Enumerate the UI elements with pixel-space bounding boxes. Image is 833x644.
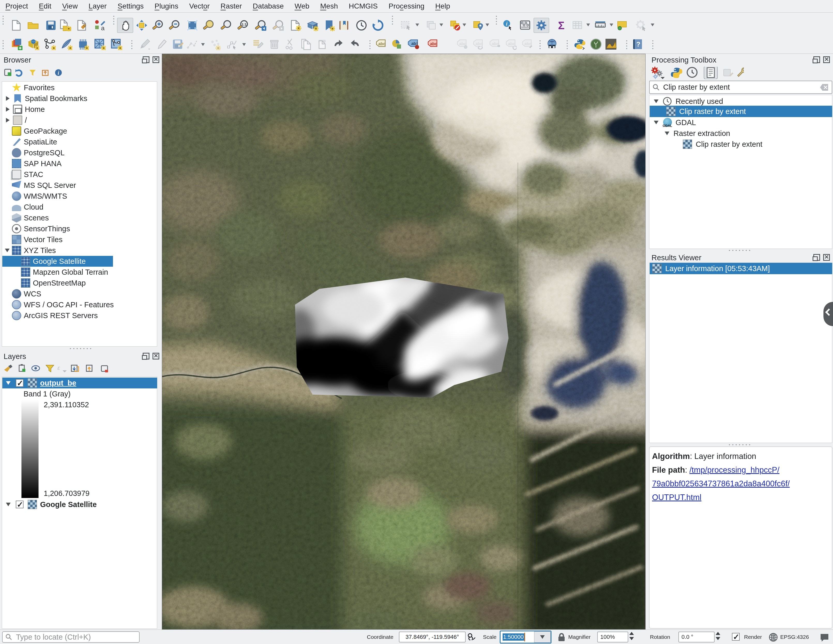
svg-text:abc: abc [476, 42, 483, 46]
svg-text:i: i [58, 70, 59, 76]
svg-text:abc: abc [430, 42, 437, 46]
svg-text:ε: ε [57, 364, 60, 371]
svg-text:abc: abc [524, 42, 532, 46]
svg-text:Σ: Σ [558, 19, 564, 31]
svg-text:abc: abc [378, 42, 386, 46]
svg-text:a: a [101, 24, 105, 31]
svg-text:abc: abc [492, 42, 499, 46]
svg-text:1:1: 1:1 [242, 22, 247, 26]
svg-text:?: ? [636, 40, 640, 48]
svg-text:ab: ab [411, 41, 416, 46]
svg-text:i: i [506, 21, 508, 27]
svg-text:abc: abc [508, 42, 515, 46]
